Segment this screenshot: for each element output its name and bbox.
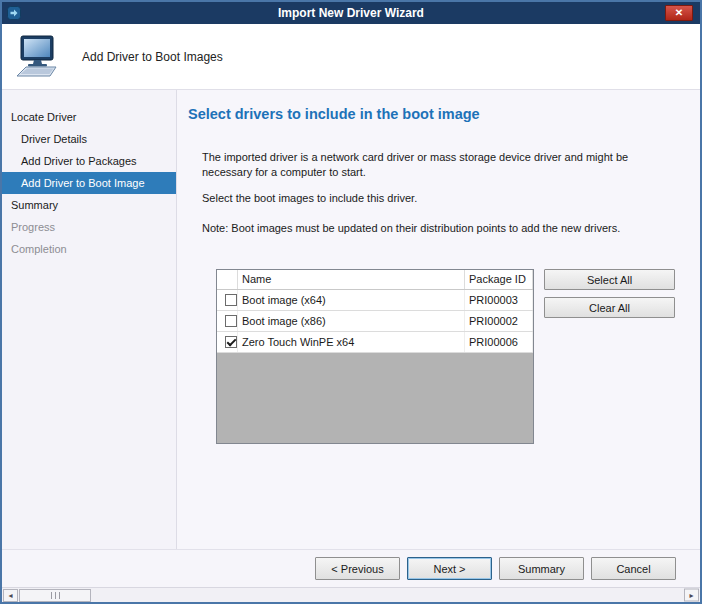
package-id-cell: PRI00003 <box>465 290 533 310</box>
sidebar-item-summary[interactable]: Summary <box>2 194 176 216</box>
sidebar-item-add-driver-to-boot-image[interactable]: Add Driver to Boot Image <box>2 172 176 194</box>
checkbox-cell <box>217 332 238 352</box>
previous-button[interactable]: < Previous <box>315 557 400 580</box>
checkbox-cell <box>217 311 238 331</box>
sidebar-item-completion: Completion <box>2 238 176 260</box>
select-all-button[interactable]: Select All <box>544 269 675 290</box>
name-cell: Zero Touch WinPE x64 <box>238 332 465 352</box>
wizard-content: Select drivers to include in the boot im… <box>177 90 700 549</box>
horizontal-scrollbar[interactable]: ◂ ▸ <box>2 587 700 602</box>
row-checkbox[interactable] <box>225 294 237 306</box>
scroll-right-icon[interactable]: ▸ <box>684 589 699 602</box>
wizard-steps-sidebar: Locate Driver Driver Details Add Driver … <box>2 90 177 549</box>
sidebar-item-add-driver-to-packages[interactable]: Add Driver to Packages <box>2 150 176 172</box>
column-header-name[interactable]: Name <box>238 270 465 289</box>
table-row[interactable]: Boot image (x86) PRI00002 <box>217 311 533 332</box>
name-cell: Boot image (x64) <box>238 290 465 310</box>
page-title: Add Driver to Boot Images <box>82 50 223 64</box>
wizard-header: Add Driver to Boot Images <box>2 24 700 90</box>
checkbox-cell <box>217 290 238 310</box>
window-title: Import New Driver Wizard <box>2 6 700 20</box>
package-id-cell: PRI00006 <box>465 332 533 352</box>
wizard-footer: < Previous Next > Summary Cancel <box>2 549 700 587</box>
table-row[interactable]: Zero Touch WinPE x64 PRI00006 <box>217 332 533 353</box>
next-button[interactable]: Next > <box>407 557 492 580</box>
sidebar-item-locate-driver[interactable]: Locate Driver <box>2 106 176 128</box>
cancel-button[interactable]: Cancel <box>591 557 676 580</box>
content-text: The imported driver is a network card dr… <box>202 150 680 444</box>
summary-button[interactable]: Summary <box>499 557 584 580</box>
package-id-cell: PRI00002 <box>465 311 533 331</box>
table-row[interactable]: Boot image (x64) PRI00003 <box>217 290 533 311</box>
table-empty-area <box>217 353 533 443</box>
scrollbar-thumb[interactable] <box>19 589 91 602</box>
selection-buttons: Select All Clear All <box>544 269 675 444</box>
close-icon[interactable]: ✕ <box>665 5 693 21</box>
title-bar: Import New Driver Wizard ✕ <box>2 2 700 24</box>
clear-all-button[interactable]: Clear All <box>544 297 675 318</box>
column-header-checkbox[interactable] <box>217 270 238 289</box>
scroll-left-icon[interactable]: ◂ <box>3 589 18 602</box>
wizard-window: Import New Driver Wizard ✕ Add Driver to… <box>0 0 702 604</box>
sidebar-item-progress: Progress <box>2 216 176 238</box>
name-cell: Boot image (x86) <box>238 311 465 331</box>
select-instruction-text: Select the boot images to include this d… <box>202 191 680 206</box>
sidebar-item-driver-details[interactable]: Driver Details <box>2 128 176 150</box>
computer-icon <box>14 35 62 79</box>
wizard-body: Locate Driver Driver Details Add Driver … <box>2 90 700 549</box>
boot-images-table: Name Package ID Boot image (x64) PRI0000… <box>216 269 534 444</box>
note-text: Note: Boot images must be updated on the… <box>202 221 680 236</box>
intro-text: The imported driver is a network card dr… <box>202 150 674 180</box>
column-header-package-id[interactable]: Package ID <box>465 270 533 289</box>
row-checkbox[interactable] <box>225 336 237 348</box>
boot-image-selection-zone: Name Package ID Boot image (x64) PRI0000… <box>216 269 680 444</box>
content-heading: Select drivers to include in the boot im… <box>188 106 700 122</box>
table-header-row: Name Package ID <box>217 270 533 290</box>
row-checkbox[interactable] <box>225 315 237 327</box>
